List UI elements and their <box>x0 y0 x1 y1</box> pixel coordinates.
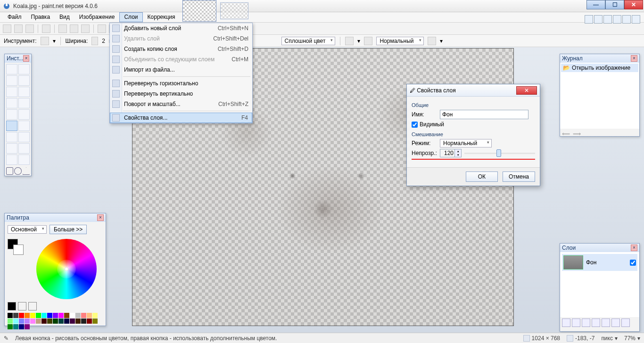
tool-eraser[interactable] <box>18 121 30 131</box>
palette-swatch[interactable] <box>58 318 64 324</box>
dialog-close-button[interactable]: ✕ <box>516 86 537 95</box>
palette-swatch[interactable] <box>53 313 58 318</box>
palette-swatch[interactable] <box>25 318 30 324</box>
menu-layer-properties[interactable]: Свойства слоя...F4 <box>110 113 252 123</box>
visible-checkbox[interactable] <box>412 122 418 128</box>
dialog-header[interactable]: 🖉 Свойства слоя ✕ <box>407 84 540 97</box>
palette-swatch[interactable] <box>19 313 24 318</box>
palette-swatch[interactable] <box>13 318 18 324</box>
palette-swatch[interactable] <box>30 318 35 324</box>
undo-nav-icon[interactable]: ⟸ <box>562 131 570 137</box>
shape-tri-icon[interactable] <box>23 167 30 175</box>
tool-text[interactable] <box>18 143 30 154</box>
bw-swatch-icon[interactable] <box>8 302 16 310</box>
name-input[interactable] <box>440 110 528 119</box>
add-layer-icon[interactable] <box>562 318 570 327</box>
tools-panel-header[interactable]: Инст...× <box>5 54 31 63</box>
blend-mode-combo[interactable]: Нормальный <box>440 139 492 147</box>
layers-panel-header[interactable]: Слои× <box>560 244 639 252</box>
tool-clone[interactable] <box>18 132 30 142</box>
palette-swatch[interactable] <box>81 313 86 318</box>
menu-flip-h[interactable]: Перевернуть горизонтально <box>110 78 252 89</box>
palette-swatch[interactable] <box>36 313 41 318</box>
palette-swatch[interactable] <box>25 324 30 329</box>
menu-merge-down[interactable]: Объединить со следующим слоемCtrl+M <box>110 54 252 65</box>
spin-up-icon[interactable]: ▴ <box>455 149 461 153</box>
curve-icon[interactable] <box>345 37 354 45</box>
tool-shapes[interactable] <box>18 155 30 165</box>
ok-button[interactable]: ОК <box>466 172 498 182</box>
palette-swatch[interactable] <box>19 318 24 324</box>
down-layer-icon[interactable] <box>611 318 620 327</box>
fill-combo[interactable]: Сплошной цвет <box>281 37 336 45</box>
overwrite-icon[interactable] <box>428 37 436 45</box>
tool-picker-icon[interactable] <box>41 37 49 45</box>
swap-icon[interactable] <box>18 302 26 310</box>
maximize-button[interactable]: ☐ <box>605 0 624 9</box>
tool-recolor[interactable] <box>6 143 17 154</box>
palette-swatch[interactable] <box>64 318 69 324</box>
close-icon[interactable]: × <box>631 245 637 251</box>
close-icon[interactable]: × <box>23 55 29 62</box>
history-panel-header[interactable]: Журнал× <box>560 54 639 63</box>
layer-row[interactable]: Фон <box>562 254 637 271</box>
menu-view[interactable]: Вид <box>55 12 74 22</box>
blend-icon[interactable] <box>364 37 372 45</box>
history-item[interactable]: 📂 Открыть изображение <box>561 64 638 72</box>
palette-swatch[interactable] <box>87 318 92 324</box>
menu-import-file[interactable]: Импорт из файла... <box>110 65 252 75</box>
crop-icon[interactable] <box>98 24 106 33</box>
tool-lasso[interactable] <box>6 75 17 86</box>
palette-swatch[interactable] <box>8 324 13 329</box>
layer-visible-check[interactable] <box>630 260 636 266</box>
palette-swatch[interactable] <box>58 313 64 318</box>
slider-thumb[interactable] <box>496 149 501 157</box>
tool-line[interactable] <box>6 155 17 165</box>
minimize-button[interactable]: — <box>586 0 605 9</box>
tool-brush[interactable] <box>18 109 30 120</box>
menu-file[interactable]: Файл <box>3 12 26 22</box>
palette-swatch[interactable] <box>92 313 98 318</box>
merge-layer-icon[interactable] <box>592 318 600 327</box>
palette-swatch[interactable] <box>8 313 13 318</box>
save-icon[interactable] <box>25 24 34 33</box>
copy-icon[interactable] <box>70 24 78 33</box>
props-layer-icon[interactable] <box>621 318 630 327</box>
palette-swatch[interactable] <box>36 318 41 324</box>
help-icon[interactable] <box>632 15 640 24</box>
color-mode-combo[interactable]: Основной <box>8 225 47 234</box>
spin-down-icon[interactable]: ▾ <box>455 153 461 157</box>
tool-wand[interactable] <box>6 87 17 97</box>
blend-combo[interactable]: Нормальный <box>376 37 423 45</box>
secondary-swatch[interactable] <box>13 245 24 255</box>
grid-icon[interactable] <box>603 15 612 24</box>
shape-rect-icon[interactable] <box>6 167 13 175</box>
gear-icon[interactable] <box>622 15 631 24</box>
tool-gradient[interactable] <box>6 109 17 120</box>
doc-thumb-2[interactable] <box>220 2 248 19</box>
colors-panel-header[interactable]: Палитра× <box>5 213 106 222</box>
width-dec-icon[interactable] <box>91 37 98 45</box>
shape-ellipse-icon[interactable] <box>14 167 21 175</box>
menu-add-layer[interactable]: Добавить новый слойCtrl+Shift+N <box>110 23 252 33</box>
close-icon[interactable]: × <box>97 214 104 221</box>
new-icon[interactable] <box>3 24 11 33</box>
palette-swatch[interactable] <box>41 318 47 324</box>
palette-swatch[interactable] <box>64 313 69 318</box>
paste-icon[interactable] <box>81 24 90 33</box>
palette-swatch[interactable] <box>13 313 18 318</box>
delete-layer-icon[interactable] <box>572 318 580 327</box>
tool-pan[interactable] <box>6 98 17 108</box>
ruler-icon[interactable] <box>585 15 593 24</box>
tool-move[interactable] <box>18 64 30 74</box>
palette-swatch[interactable] <box>70 318 75 324</box>
menu-layers[interactable]: Слои <box>119 12 142 22</box>
menu-image[interactable]: Изображение <box>74 12 120 22</box>
doc-thumb-active[interactable] <box>182 0 216 22</box>
color-wheel-icon[interactable] <box>613 15 621 24</box>
cut-icon[interactable] <box>58 24 67 33</box>
dup-layer-icon[interactable] <box>582 318 590 327</box>
tool-zoom[interactable] <box>18 87 30 97</box>
palette-swatch[interactable] <box>81 318 86 324</box>
tool-rect-select[interactable] <box>6 64 17 74</box>
